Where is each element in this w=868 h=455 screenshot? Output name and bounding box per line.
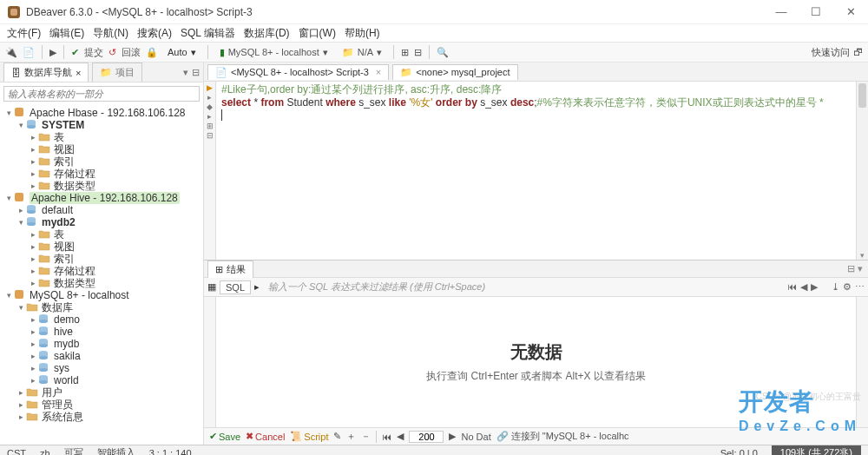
connection-dropdown[interactable]: ▮ MySQL 8+ - localhost ▾ — [215, 45, 332, 60]
editor-tab-script3[interactable]: 📄 <MySQL 8+ - localhost> Script-3× — [207, 64, 389, 80]
gutter-icon[interactable]: ▸ — [207, 112, 212, 121]
tree-node[interactable]: ▸用户 — [0, 386, 203, 399]
new-connection-icon[interactable]: 🔌 — [5, 47, 17, 58]
tree-node[interactable]: ▸存储过程 — [0, 265, 203, 277]
gutter-icon[interactable]: ⊟ — [207, 131, 214, 140]
tree-node[interactable]: ▸索引 — [0, 253, 203, 265]
gutter-icon[interactable]: ▸ — [207, 93, 212, 102]
edit-icon[interactable]: ✎ — [333, 431, 341, 442]
tree-node[interactable]: ▸default — [0, 204, 203, 216]
tree-node[interactable]: ▾Apache Hive - 192.168.106.128 — [0, 192, 203, 204]
tree-node[interactable]: ▾mydb2 — [0, 216, 203, 228]
tree-node[interactable]: ▸world — [0, 374, 203, 386]
tree-node[interactable]: ▸视图 — [0, 143, 203, 155]
more-icon[interactable]: ⋯ — [855, 281, 865, 293]
maximize-button[interactable]: ☐ — [806, 5, 826, 18]
twisty-icon[interactable]: ▸ — [28, 228, 38, 241]
nav-next-icon[interactable]: ▶ — [811, 281, 818, 293]
twisty-icon[interactable]: ▸ — [28, 265, 38, 277]
auto-commit-dropdown[interactable]: Auto ▾ — [163, 45, 201, 60]
twisty-icon[interactable]: ▾ — [16, 119, 26, 131]
code-area[interactable]: #Like子句,order by:通过某个列进行排序, asc:升序, desc… — [216, 82, 868, 260]
twisty-icon[interactable]: ▸ — [28, 350, 38, 362]
tx-mode-icon[interactable]: 🔒 — [146, 47, 158, 58]
twisty-icon[interactable]: ▸ — [28, 180, 38, 192]
navigator-filter-input[interactable] — [3, 86, 200, 102]
twisty-icon[interactable]: ▸ — [16, 411, 26, 423]
tab-db-navigator[interactable]: 🗄 数据库导航 × — [3, 63, 89, 82]
tree-node[interactable]: ▾Apache Hbase - 192.168.106.128 — [0, 107, 203, 119]
tree-node[interactable]: ▸索引 — [0, 155, 203, 168]
editor-scrollbar[interactable]: ▴ ▾ — [856, 82, 868, 260]
tree-node[interactable]: ▾MySQL 8+ - localhost — [0, 289, 203, 301]
next-page-icon[interactable]: ▶ — [449, 431, 456, 442]
menu-item[interactable]: 编辑(E) — [49, 26, 84, 41]
sql-filter-badge[interactable]: SQL — [220, 280, 251, 294]
tree-node[interactable]: ▸hive — [0, 326, 203, 338]
results-filter-input[interactable]: 输入一个 SQL 表达式来过滤结果 (使用 Ctrl+Space) — [263, 280, 784, 293]
delete-icon[interactable]: － — [361, 430, 371, 443]
twisty-icon[interactable]: ▾ — [16, 301, 26, 313]
results-menu-icon[interactable]: ⊟ ▾ — [847, 263, 868, 274]
twisty-icon[interactable]: ▾ — [16, 216, 26, 228]
twisty-icon[interactable]: ▸ — [28, 143, 38, 155]
twisty-icon[interactable]: ▸ — [28, 338, 38, 350]
tree-node[interactable]: ▸数据类型 — [0, 277, 203, 289]
twisty-icon[interactable]: ▸ — [28, 313, 38, 326]
tree-node[interactable]: ▸存储过程 — [0, 168, 203, 180]
twisty-icon[interactable]: ▸ — [28, 155, 38, 168]
menu-item[interactable]: 搜索(A) — [137, 26, 172, 41]
tool-icon-2[interactable]: ⊟ — [414, 47, 422, 58]
twisty-icon[interactable]: ▸ — [16, 386, 26, 399]
minimize-button[interactable]: — — [771, 5, 792, 18]
schema-dropdown[interactable]: 📁 N/A ▾ — [338, 45, 386, 60]
tool-icon-1[interactable]: ⊞ — [401, 47, 409, 58]
database-tree[interactable]: ▾Apache Hbase - 192.168.106.128▾SYSTEM▸表… — [0, 105, 203, 445]
nav-prev-icon[interactable]: ◀ — [800, 281, 807, 293]
sidebar-min-icon[interactable]: ⊟ — [192, 67, 200, 78]
tree-node[interactable]: ▸视图 — [0, 241, 203, 253]
tree-node[interactable]: ▾数据库 — [0, 301, 203, 313]
menu-item[interactable]: SQL 编辑器 — [181, 26, 235, 41]
menu-item[interactable]: 数据库(D) — [244, 26, 290, 41]
commit-icon[interactable]: ✔ — [71, 47, 79, 58]
commit-label[interactable]: 提交 — [84, 46, 103, 59]
twisty-icon[interactable]: ▸ — [28, 362, 38, 374]
menu-item[interactable]: 窗口(W) — [299, 26, 336, 41]
save-button[interactable]: ✔ Save — [209, 431, 240, 442]
nav-first-icon[interactable]: ⏮ — [787, 281, 797, 293]
tree-node[interactable]: ▸系统信息 — [0, 411, 203, 423]
tab-projects[interactable]: 📁 项目 — [92, 63, 142, 82]
gutter-icon[interactable]: ⊞ — [207, 122, 214, 130]
sql-editor[interactable]: ▶ ▸ ◆ ▸ ⊞ ⊟ #Like子句,order by:通过某个列进行排序, … — [204, 82, 868, 260]
filter-expand-icon[interactable]: ▸ — [254, 281, 260, 293]
twisty-icon[interactable]: ▸ — [16, 204, 26, 216]
twisty-icon[interactable]: ▾ — [3, 192, 14, 204]
fetch-size-input[interactable] — [409, 431, 444, 443]
tree-node[interactable]: ▸sys — [0, 362, 203, 374]
twisty-icon[interactable]: ▸ — [28, 253, 38, 265]
twisty-icon[interactable]: ▾ — [3, 107, 14, 119]
twisty-icon[interactable]: ▸ — [28, 277, 38, 289]
twisty-icon[interactable]: ▸ — [28, 131, 38, 143]
twisty-icon[interactable]: ▸ — [28, 374, 38, 386]
tree-node[interactable]: ▸sakila — [0, 350, 203, 362]
twisty-icon[interactable]: ▸ — [28, 168, 38, 180]
editor-tab-project[interactable]: 📁 <none> mysql_project — [392, 64, 517, 80]
twisty-icon[interactable]: ▾ — [3, 289, 14, 301]
twisty-icon[interactable]: ▸ — [28, 326, 38, 338]
execute-icon[interactable]: ▶ — [49, 47, 56, 58]
grid-icon[interactable]: ▦ — [207, 281, 216, 293]
tree-node[interactable]: ▸demo — [0, 313, 203, 326]
search-icon[interactable]: 🔍 — [437, 47, 449, 58]
quick-access[interactable]: 快速访问 — [812, 46, 850, 59]
menu-item[interactable]: 文件(F) — [7, 26, 41, 41]
run-icon[interactable]: ▶ — [207, 83, 213, 92]
gutter-icon[interactable]: ◆ — [207, 102, 213, 111]
export-icon[interactable]: ⤓ — [832, 281, 839, 293]
tree-node[interactable]: ▸管理员 — [0, 399, 203, 411]
tree-node[interactable]: ▸表 — [0, 228, 203, 241]
cancel-button[interactable]: ✖ Cancel — [246, 431, 285, 442]
tree-node[interactable]: ▾SYSTEM — [0, 119, 203, 131]
twisty-icon[interactable]: ▸ — [16, 399, 26, 411]
